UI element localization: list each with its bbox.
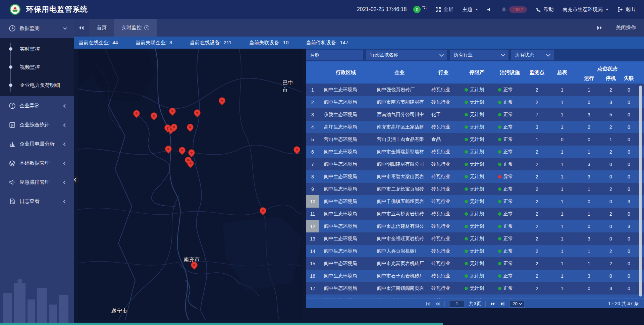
tab-实时监控[interactable]: 实时监控✕ [114,19,157,37]
cell-monitor: 2 [526,158,548,170]
industry-filter-select[interactable]: 所有行业 [450,50,508,60]
temperature-value: 0 [413,6,421,13]
city-skyline-watermark [0,269,74,323]
map-pin[interactable] [187,160,194,170]
sidebar-subitem[interactable]: 实时监控 [0,40,74,58]
mute-speaker-button[interactable] [487,7,492,12]
status-filter-select[interactable]: 所有状态 [511,50,554,60]
stat-label: 当前失联企业: [136,40,167,45]
sidebar-item[interactable]: 日志查看 [0,192,74,211]
table-body: 1 阆中生态环境局 阆中强锐页岩砖厂 砖瓦行业 无计划 正常 2 1 1 2 0… [306,84,644,299]
last-page-button[interactable] [500,301,505,307]
table-row[interactable]: 11 阆中生态环境局 阆中市五马桥页岩机砖 砖瓦行业 无计划 正常 2 1 1 … [306,208,644,220]
stat-label: 当前失联设备: [249,40,280,45]
sidebar-item[interactable]: 企业综合统计 [0,115,74,134]
table-row[interactable]: 5 营山生态环境局 营山县润丰肉食品有限 食品 无计划 正常 1 0 0 1 0 [306,133,644,146]
table-row[interactable]: 10 阆中生态环境局 阆中千佛镇五郎垭页岩 砖瓦行业 无计划 正常 2 1 0 … [306,195,644,208]
sidebar-subitem[interactable]: 视频监控 [0,58,74,76]
sidebar-item[interactable]: 企业用电量分析 [0,134,74,154]
cell-run: 0 [576,133,602,146]
sidebar-item[interactable]: 应急减排管理 [0,173,74,192]
fullscreen-icon [435,7,441,12]
col-index [306,61,319,84]
logout-button[interactable]: 退出 [617,6,635,13]
name-filter-input[interactable] [306,50,363,60]
org-dropdown[interactable]: 南充市生态环境局 [562,6,608,13]
map-pin[interactable] [169,108,176,118]
sidebar-item[interactable]: 企业异常 [0,96,74,115]
cell-region: 阆中生态环境局 [319,183,372,195]
map-pin[interactable] [170,124,178,134]
theme-dropdown[interactable]: 主题 [462,6,478,13]
scrollbar-thumb[interactable] [639,86,642,296]
table-row[interactable]: 12 阆中生态环境局 阆中市忠信建材有限公 砖瓦行业 无计划 正常 2 1 0 … [306,220,644,232]
cell-facility: 正常 [494,208,526,220]
help-button[interactable]: 帮助 [536,6,554,13]
table-row[interactable]: 2 阆中生态环境局 阆中市南方节能建材有 砖瓦行业 无计划 正常 2 1 0 3… [306,96,644,108]
map-pin[interactable] [293,146,301,156]
map-pin[interactable] [133,110,140,120]
table-row[interactable]: 7 阆中生态环境局 阆中明阳建材有限公司 砖瓦行业 无计划 正常 2 1 3 0… [306,158,644,170]
cell-total: 1 [548,232,576,245]
stat-item: 当前失联企业:3 [136,40,172,46]
status-dot-icon [465,101,468,104]
map-panel[interactable]: 巴中市南充市遂宁市 [78,49,303,320]
cell-industry: 砖瓦行业 [427,257,460,270]
cell-run: 1 [576,84,602,96]
map-pin[interactable] [178,147,186,157]
row-index: 13 [306,232,319,245]
close-icon[interactable]: ✕ [144,25,149,30]
table-row[interactable]: 17 阆中生态环境局 阆中市江南镇阆南页岩 砖瓦行业 无计划 正常 2 1 0 … [306,282,644,294]
sidebar-item[interactable]: 基础数据管理 [0,154,74,173]
tabs-scroll-right-button[interactable] [592,25,607,30]
map-pin[interactable] [194,109,201,119]
cell-lost: 0 [620,146,638,158]
map-pin[interactable] [165,146,172,156]
next-page-button[interactable] [490,301,495,307]
page-size-select[interactable]: 20 [509,300,525,308]
pin-icon [292,145,301,154]
cell-company: 阆中市枣碧大梁山页岩 [372,170,427,183]
table-row[interactable]: 15 阆中生态环境局 阆中市光富页岩机砖厂 砖瓦行业 无计划 正常 2 1 1 … [306,257,644,270]
tab-label: 实时监控 [121,24,142,31]
table-row[interactable]: 13 阆中生态环境局 阆中市金福旺页岩机砖 砖瓦行业 无计划 正常 2 1 3 … [306,232,644,245]
sidebar-item-label: 企业综合统计 [19,122,64,128]
map-pin[interactable] [191,262,198,272]
notification-bell[interactable]: 2632 [501,6,527,13]
table-row[interactable]: 16 阆中生态环境局 阆中市石子页岩机砖厂 砖瓦行业 无计划 正常 2 1 3 … [306,270,644,282]
tab-首页[interactable]: 首页 [89,19,114,37]
table-row[interactable]: 9 阆中生态环境局 阆中市二龙长宝页岩砖 砖瓦行业 无计划 正常 2 1 1 2… [306,183,644,195]
table-row[interactable]: 14 阆中生态环境局 阆中大兴页岩机砖厂 砖瓦行业 无计划 正常 2 1 1 2… [306,245,644,257]
tabs-scroll-left-button[interactable] [74,19,89,37]
prev-page-button[interactable] [435,301,440,307]
cell-facility: 正常 [494,195,526,208]
cell-monitor: 2 [526,245,548,257]
sidebar-subitem-label: 实时监控 [20,46,40,52]
cell-lost: 0 [620,108,638,121]
map-pin[interactable] [186,124,194,134]
map-pin[interactable] [218,97,226,107]
table-row[interactable]: 18 南部生态环境局 南部县砌华商混有限公 建材加工 无计划 正常 6 0 0 … [306,294,644,299]
cell-run: 3 [576,158,602,170]
table-row[interactable]: 1 阆中生态环境局 阆中强锐页岩砖厂 砖瓦行业 无计划 正常 2 1 1 2 0 [306,84,644,96]
table-row[interactable]: 3 仪陇生态环境局 西南油气田分公司川中 化工 无计划 正常 7 1 3 5 0 [306,108,644,121]
cell-monitor: 2 [526,220,548,232]
close-operations-button[interactable]: 关闭操作 [616,24,636,31]
stats-bar: 当前在线企业:44 当前失联企业:3 当前在线设备:211 当前失联设备:10 … [74,37,644,49]
region-filter-select[interactable]: 行政区域名称 [366,50,447,60]
map-pin[interactable] [150,112,158,122]
sidebar-menu: 数据监测实时监控视频监控企业电力负荷明细企业异常企业综合统计企业用电量分析基础数… [0,19,74,211]
cell-limit: 无计划 [460,232,494,245]
fullscreen-button[interactable]: 全屏 [435,6,453,13]
table-row[interactable]: 6 阆中生态环境局 阆中市金博瑞新型墙材 砖瓦行业 无计划 正常 2 1 1 2… [306,146,644,158]
table-row[interactable]: 8 阆中生态环境局 阆中市枣碧大梁山页岩 砖瓦行业 无计划 异常 2 1 3 0… [306,170,644,183]
map-pin[interactable] [259,207,267,217]
sidebar-subitem[interactable]: 企业电力负荷明细 [0,76,74,94]
cell-run: 1 [576,183,602,195]
status-dot-icon [465,163,468,166]
table-row[interactable]: 4 高坪生态环境局 南充市高坪区王家店建 砖瓦行业 无计划 正常 3 1 2 2… [306,121,644,133]
status-dot-icon [465,262,468,265]
page-number-input[interactable] [449,300,465,308]
sidebar-item[interactable]: 数据监测 [0,19,74,38]
first-page-button[interactable] [425,301,430,307]
